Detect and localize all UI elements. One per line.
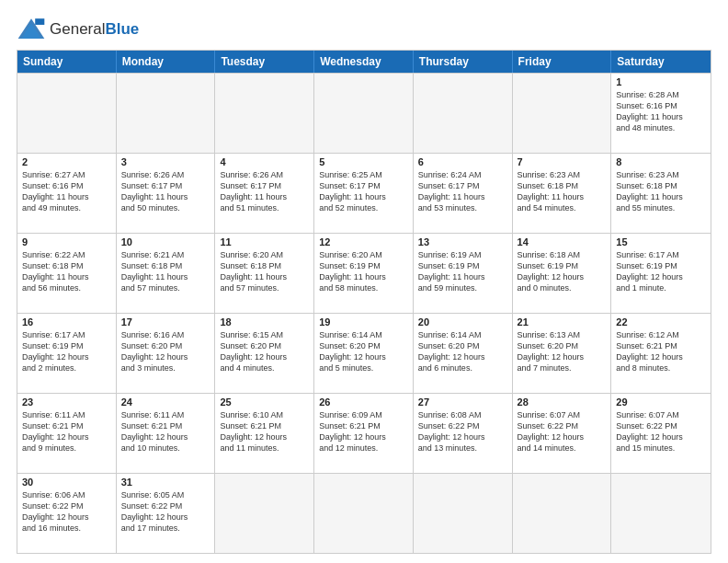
day-info: Sunrise: 6:07 AM Sunset: 6:22 PM Dayligh…	[616, 409, 706, 454]
calendar-cell	[314, 474, 414, 553]
calendar-row-3: 16Sunrise: 6:17 AM Sunset: 6:19 PM Dayli…	[17, 313, 711, 393]
day-info: Sunrise: 6:07 AM Sunset: 6:22 PM Dayligh…	[518, 409, 607, 454]
header: GeneralBlue	[17, 17, 711, 42]
day-number: 22	[616, 316, 706, 327]
page: GeneralBlue SundayMondayTuesdayWednesday…	[0, 0, 728, 563]
calendar-cell	[314, 74, 414, 153]
calendar-cell: 11Sunrise: 6:20 AM Sunset: 6:18 PM Dayli…	[215, 234, 314, 313]
svg-rect-2	[35, 18, 44, 25]
day-info: Sunrise: 6:20 AM Sunset: 6:19 PM Dayligh…	[319, 249, 408, 294]
day-info: Sunrise: 6:08 AM Sunset: 6:22 PM Dayligh…	[418, 409, 507, 454]
calendar-cell: 14Sunrise: 6:18 AM Sunset: 6:19 PM Dayli…	[513, 234, 612, 313]
day-number: 20	[418, 316, 507, 327]
day-info: Sunrise: 6:18 AM Sunset: 6:19 PM Dayligh…	[518, 249, 607, 294]
calendar-cell: 28Sunrise: 6:07 AM Sunset: 6:22 PM Dayli…	[513, 394, 612, 473]
day-number: 14	[518, 236, 607, 247]
header-day-thursday: Thursday	[414, 51, 513, 73]
calendar-body: 1Sunrise: 6:28 AM Sunset: 6:16 PM Daylig…	[17, 73, 711, 553]
day-number: 26	[319, 396, 408, 408]
calendar-cell: 8Sunrise: 6:23 AM Sunset: 6:18 PM Daylig…	[611, 154, 711, 233]
calendar-cell: 20Sunrise: 6:14 AM Sunset: 6:20 PM Dayli…	[414, 314, 513, 393]
day-number: 28	[518, 396, 607, 408]
day-info: Sunrise: 6:17 AM Sunset: 6:19 PM Dayligh…	[22, 329, 111, 374]
day-info: Sunrise: 6:27 AM Sunset: 6:16 PM Dayligh…	[22, 169, 111, 214]
day-info: Sunrise: 6:20 AM Sunset: 6:18 PM Dayligh…	[220, 249, 309, 294]
day-info: Sunrise: 6:24 AM Sunset: 6:17 PM Dayligh…	[418, 169, 507, 214]
day-info: Sunrise: 6:19 AM Sunset: 6:19 PM Dayligh…	[418, 249, 507, 294]
calendar-cell: 24Sunrise: 6:11 AM Sunset: 6:21 PM Dayli…	[117, 394, 216, 473]
header-day-tuesday: Tuesday	[215, 51, 314, 73]
calendar-cell: 3Sunrise: 6:26 AM Sunset: 6:17 PM Daylig…	[117, 154, 216, 233]
day-number: 10	[121, 236, 210, 247]
calendar-cell: 4Sunrise: 6:26 AM Sunset: 6:17 PM Daylig…	[215, 154, 314, 233]
day-number: 11	[220, 236, 309, 247]
day-number: 9	[22, 236, 111, 247]
calendar-cell: 6Sunrise: 6:24 AM Sunset: 6:17 PM Daylig…	[414, 154, 513, 233]
calendar-cell: 26Sunrise: 6:09 AM Sunset: 6:21 PM Dayli…	[314, 394, 414, 473]
calendar-row-1: 2Sunrise: 6:27 AM Sunset: 6:16 PM Daylig…	[17, 153, 711, 233]
day-number: 24	[121, 396, 210, 408]
calendar-cell	[513, 74, 612, 153]
calendar-cell: 10Sunrise: 6:21 AM Sunset: 6:18 PM Dayli…	[117, 234, 216, 313]
day-info: Sunrise: 6:26 AM Sunset: 6:17 PM Dayligh…	[121, 169, 210, 214]
logo: GeneralBlue	[17, 17, 139, 42]
day-number: 25	[220, 396, 309, 408]
day-number: 3	[121, 156, 210, 167]
day-number: 27	[418, 396, 507, 408]
day-info: Sunrise: 6:11 AM Sunset: 6:21 PM Dayligh…	[121, 409, 210, 454]
calendar-cell: 12Sunrise: 6:20 AM Sunset: 6:19 PM Dayli…	[314, 234, 414, 313]
day-number: 4	[220, 156, 309, 167]
day-number: 17	[121, 316, 210, 327]
calendar-cell: 31Sunrise: 6:05 AM Sunset: 6:22 PM Dayli…	[117, 474, 216, 553]
day-info: Sunrise: 6:25 AM Sunset: 6:17 PM Dayligh…	[319, 169, 408, 214]
day-info: Sunrise: 6:22 AM Sunset: 6:18 PM Dayligh…	[22, 249, 111, 294]
day-info: Sunrise: 6:26 AM Sunset: 6:17 PM Dayligh…	[220, 169, 309, 214]
calendar-cell: 16Sunrise: 6:17 AM Sunset: 6:19 PM Dayli…	[17, 314, 117, 393]
calendar-cell: 5Sunrise: 6:25 AM Sunset: 6:17 PM Daylig…	[314, 154, 414, 233]
calendar-cell: 1Sunrise: 6:28 AM Sunset: 6:16 PM Daylig…	[611, 74, 711, 153]
day-number: 23	[22, 396, 111, 408]
calendar-row-2: 9Sunrise: 6:22 AM Sunset: 6:18 PM Daylig…	[17, 233, 711, 313]
calendar-cell: 17Sunrise: 6:16 AM Sunset: 6:20 PM Dayli…	[117, 314, 216, 393]
calendar-cell	[215, 474, 314, 553]
calendar-cell	[215, 74, 314, 153]
day-number: 12	[319, 236, 408, 247]
calendar-cell: 22Sunrise: 6:12 AM Sunset: 6:21 PM Dayli…	[611, 314, 711, 393]
day-number: 1	[616, 76, 706, 87]
calendar-cell	[611, 474, 711, 553]
day-info: Sunrise: 6:28 AM Sunset: 6:16 PM Dayligh…	[616, 89, 706, 134]
header-day-monday: Monday	[117, 51, 216, 73]
calendar-cell: 9Sunrise: 6:22 AM Sunset: 6:18 PM Daylig…	[17, 234, 117, 313]
day-number: 7	[518, 156, 607, 167]
calendar: SundayMondayTuesdayWednesdayThursdayFrid…	[17, 50, 711, 554]
day-info: Sunrise: 6:13 AM Sunset: 6:20 PM Dayligh…	[518, 329, 607, 374]
day-number: 13	[418, 236, 507, 247]
day-number: 6	[418, 156, 507, 167]
calendar-cell: 15Sunrise: 6:17 AM Sunset: 6:19 PM Dayli…	[611, 234, 711, 313]
day-info: Sunrise: 6:23 AM Sunset: 6:18 PM Dayligh…	[518, 169, 607, 214]
day-info: Sunrise: 6:16 AM Sunset: 6:20 PM Dayligh…	[121, 329, 210, 374]
day-info: Sunrise: 6:06 AM Sunset: 6:22 PM Dayligh…	[22, 489, 111, 534]
day-info: Sunrise: 6:15 AM Sunset: 6:20 PM Dayligh…	[220, 329, 309, 374]
day-info: Sunrise: 6:05 AM Sunset: 6:22 PM Dayligh…	[121, 489, 210, 534]
calendar-cell: 13Sunrise: 6:19 AM Sunset: 6:19 PM Dayli…	[414, 234, 513, 313]
calendar-cell: 21Sunrise: 6:13 AM Sunset: 6:20 PM Dayli…	[513, 314, 612, 393]
calendar-cell: 27Sunrise: 6:08 AM Sunset: 6:22 PM Dayli…	[414, 394, 513, 473]
day-info: Sunrise: 6:09 AM Sunset: 6:21 PM Dayligh…	[319, 409, 408, 454]
calendar-cell	[513, 474, 612, 553]
day-info: Sunrise: 6:14 AM Sunset: 6:20 PM Dayligh…	[418, 329, 507, 374]
day-info: Sunrise: 6:14 AM Sunset: 6:20 PM Dayligh…	[319, 329, 408, 374]
calendar-row-4: 23Sunrise: 6:11 AM Sunset: 6:21 PM Dayli…	[17, 393, 711, 473]
day-number: 2	[22, 156, 111, 167]
header-day-saturday: Saturday	[611, 51, 711, 73]
day-info: Sunrise: 6:23 AM Sunset: 6:18 PM Dayligh…	[616, 169, 706, 214]
calendar-cell	[17, 74, 117, 153]
header-day-sunday: Sunday	[17, 51, 117, 73]
calendar-cell: 30Sunrise: 6:06 AM Sunset: 6:22 PM Dayli…	[17, 474, 117, 553]
calendar-cell	[414, 74, 513, 153]
day-info: Sunrise: 6:12 AM Sunset: 6:21 PM Dayligh…	[616, 329, 706, 374]
day-number: 15	[616, 236, 706, 247]
day-info: Sunrise: 6:10 AM Sunset: 6:21 PM Dayligh…	[220, 409, 309, 454]
day-info: Sunrise: 6:17 AM Sunset: 6:19 PM Dayligh…	[616, 249, 706, 294]
calendar-cell: 19Sunrise: 6:14 AM Sunset: 6:20 PM Dayli…	[314, 314, 414, 393]
